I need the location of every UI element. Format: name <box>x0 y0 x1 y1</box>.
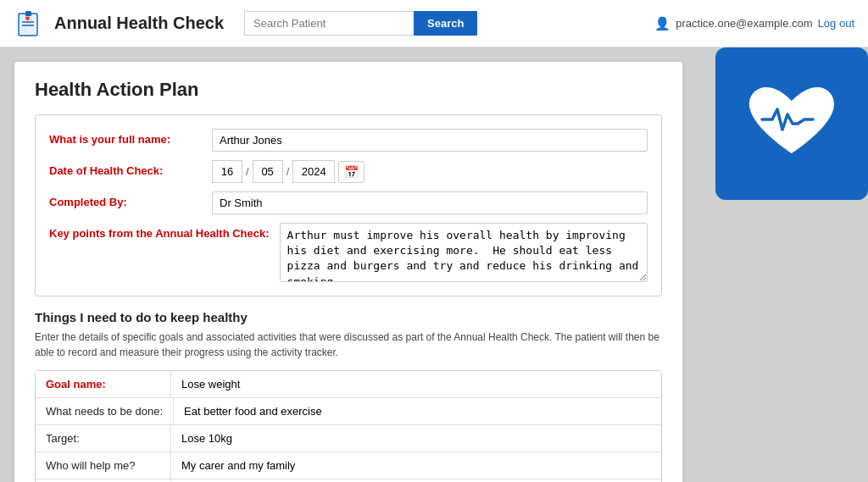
goal-name-cell <box>171 371 661 397</box>
search-area: Search <box>244 11 477 36</box>
app-title: Annual Health Check <box>54 14 224 33</box>
goals-title: Things I need to do to keep healthy <box>35 310 662 324</box>
logo-area: Annual Health Check <box>14 7 224 41</box>
what-needs-input[interactable] <box>181 398 654 424</box>
goal-name-label: Goal name: <box>36 371 171 397</box>
full-name-input[interactable] <box>212 129 648 152</box>
full-name-label: What is your full name: <box>49 129 202 146</box>
health-check-form-section: What is your full name: Date of Health C… <box>35 114 662 296</box>
date-row: Date of Health Check: / / 📅 <box>49 160 648 183</box>
key-points-label: Key points from the Annual Health Check: <box>49 223 270 240</box>
logout-link[interactable]: Log out <box>818 17 854 30</box>
who-help-row: Who will help me? <box>36 452 661 479</box>
user-email: practice.one@example.com <box>676 17 812 30</box>
user-area: 👤 practice.one@example.com Log out <box>654 16 854 31</box>
heart-monitor-icon <box>737 77 847 170</box>
completed-by-row: Completed By: <box>49 191 648 214</box>
target-row: Target: <box>36 425 661 452</box>
app-header: Annual Health Check Search 👤 practice.on… <box>0 0 868 47</box>
goals-section: Things I need to do to keep healthy Ente… <box>35 310 662 482</box>
svg-rect-2 <box>25 11 31 16</box>
content-area: Health Action Plan What is your full nam… <box>14 61 683 482</box>
goals-table: Goal name: What needs to be done: Target… <box>35 370 662 482</box>
search-input[interactable] <box>244 11 414 36</box>
target-cell <box>171 425 661 452</box>
person-icon: 👤 <box>654 16 670 31</box>
date-day-input[interactable] <box>212 160 242 183</box>
who-help-cell <box>171 452 661 479</box>
completed-by-input[interactable] <box>212 191 648 214</box>
completed-by-label: Completed By: <box>49 191 202 208</box>
what-needs-cell <box>174 398 661 424</box>
goal-name-input[interactable] <box>178 371 654 397</box>
what-needs-row: What needs to be done: <box>36 398 661 425</box>
main-wrapper: Health Action Plan What is your full nam… <box>0 47 868 482</box>
date-sep-2: / <box>287 165 290 178</box>
calendar-icon-button[interactable]: 📅 <box>338 161 364 183</box>
date-year-input[interactable] <box>292 160 335 183</box>
date-month-input[interactable] <box>253 160 283 183</box>
what-needs-label: What needs to be done: <box>36 398 174 424</box>
target-input[interactable] <box>178 425 654 452</box>
date-sep-1: / <box>246 165 249 178</box>
hero-box <box>715 47 868 200</box>
key-points-textarea[interactable]: Arthur must improve his overall health b… <box>280 223 648 282</box>
page-title: Health Action Plan <box>35 79 662 101</box>
date-label: Date of Health Check: <box>49 160 202 177</box>
target-label: Target: <box>36 425 171 452</box>
search-button[interactable]: Search <box>414 11 477 36</box>
who-help-label: Who will help me? <box>36 452 171 479</box>
who-help-input[interactable] <box>178 452 654 479</box>
date-field: / / 📅 <box>212 160 364 183</box>
goals-desc: Enter the details of specific goals and … <box>35 330 662 360</box>
full-name-row: What is your full name: <box>49 129 648 152</box>
key-points-row: Key points from the Annual Health Check:… <box>49 223 648 282</box>
app-logo-icon <box>14 7 47 41</box>
goal-name-row: Goal name: <box>36 371 661 398</box>
